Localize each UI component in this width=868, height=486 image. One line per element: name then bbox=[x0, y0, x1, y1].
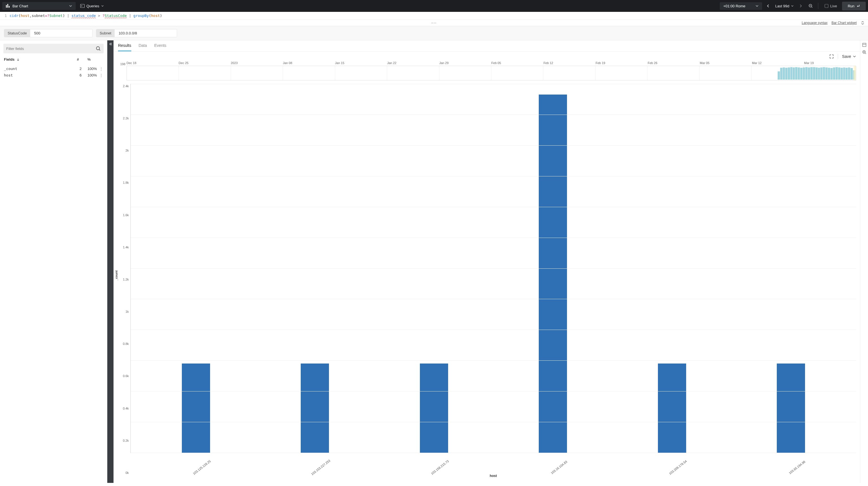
mini-date-label: Jan 22 bbox=[387, 61, 439, 66]
field-row[interactable]: host 6 100% ⋮ bbox=[3, 72, 104, 78]
mini-date-label: Dec 25 bbox=[179, 61, 231, 66]
tab-events[interactable]: Events bbox=[154, 43, 166, 52]
queries-icon bbox=[80, 4, 85, 8]
enter-key-icon bbox=[856, 4, 860, 8]
chart-type-label: Bar Chart bbox=[12, 4, 28, 8]
bar[interactable] bbox=[777, 363, 805, 453]
save-dropdown[interactable]: Save bbox=[842, 54, 856, 59]
fields-sidebar: Fields # % _count 2 100% ⋮host 6 100% ⋮ bbox=[0, 40, 107, 483]
run-label: Run bbox=[848, 4, 855, 8]
mini-y-value: 198 bbox=[118, 61, 126, 66]
language-syntax-link[interactable]: Language syntax bbox=[802, 21, 827, 25]
y-tick: 0.6k bbox=[123, 374, 129, 378]
param-statuscode[interactable]: StatusCode 500 bbox=[4, 29, 93, 37]
field-name: host bbox=[4, 73, 74, 77]
y-axis-label: _count bbox=[115, 270, 118, 281]
query-editor[interactable]: 1 cidr(host,subnet=?Subnet) | status_cod… bbox=[0, 12, 868, 20]
param-value: 500 bbox=[30, 29, 92, 37]
mini-bars bbox=[777, 66, 856, 80]
field-name: _count bbox=[4, 67, 74, 71]
field-count: 6 bbox=[76, 73, 82, 77]
col-pct: % bbox=[87, 57, 91, 62]
mini-date-label: Feb 05 bbox=[491, 61, 544, 66]
filter-input-field[interactable] bbox=[6, 46, 96, 51]
bar[interactable] bbox=[658, 363, 686, 453]
svg-rect-2 bbox=[9, 6, 9, 8]
param-value: 103.0.0.0/8 bbox=[115, 29, 177, 37]
timezone-selector[interactable]: +01:00 Rome bbox=[720, 2, 762, 10]
chevron-down-icon bbox=[69, 4, 72, 8]
zoom-out-button[interactable] bbox=[807, 3, 815, 9]
fields-header-label: Fields bbox=[4, 57, 15, 62]
chevron-down-icon bbox=[791, 4, 794, 7]
editor-footer: ══ Language syntax Bar Chart widget bbox=[0, 20, 868, 26]
param-subnet[interactable]: Subnet 103.0.0.0/8 bbox=[96, 29, 177, 37]
y-tick: 2.2k bbox=[123, 117, 129, 120]
kebab-menu-icon[interactable]: ⋮ bbox=[99, 73, 103, 77]
run-button[interactable]: Run bbox=[842, 2, 866, 10]
field-count: 2 bbox=[76, 67, 82, 71]
time-range-selector[interactable]: Last 99d bbox=[774, 3, 795, 9]
main-area: Fields # % _count 2 100% ⋮host 6 100% ⋮ … bbox=[0, 40, 868, 483]
filter-fields-input[interactable] bbox=[3, 44, 104, 53]
mini-date-label: Dec 18 bbox=[126, 61, 179, 66]
tab-data[interactable]: Data bbox=[138, 43, 147, 52]
queries-dropdown[interactable]: Queries bbox=[78, 2, 106, 10]
bar[interactable] bbox=[182, 363, 210, 453]
y-tick: 1.6k bbox=[123, 214, 129, 217]
chevron-down-icon bbox=[101, 4, 104, 7]
bar-chart-icon bbox=[6, 4, 10, 8]
zoom-in-icon[interactable] bbox=[862, 50, 867, 55]
field-row[interactable]: _count 2 100% ⋮ bbox=[3, 65, 104, 72]
y-tick: 0.8k bbox=[123, 342, 129, 346]
fullscreen-icon[interactable] bbox=[829, 54, 834, 59]
svg-rect-5 bbox=[825, 4, 828, 8]
chevron-down-icon bbox=[853, 55, 856, 58]
result-tabs: Results Data Events bbox=[114, 40, 860, 52]
y-tick: 2k bbox=[125, 149, 129, 152]
time-next-button[interactable] bbox=[797, 3, 804, 9]
y-tick: 1.2k bbox=[123, 278, 129, 281]
chart-type-selector[interactable]: Bar Chart bbox=[2, 2, 76, 10]
y-tick: 0.2k bbox=[123, 439, 129, 442]
bar[interactable] bbox=[539, 95, 567, 453]
bar[interactable] bbox=[420, 363, 448, 453]
mini-date-label: Jan 15 bbox=[335, 61, 387, 66]
checkbox-icon bbox=[825, 4, 829, 8]
resize-handle-icon[interactable]: ══ bbox=[431, 21, 437, 25]
time-range-label: Last 99d bbox=[775, 4, 789, 8]
sidebar-collapse-button[interactable] bbox=[107, 40, 114, 483]
fields-header[interactable]: Fields # % bbox=[3, 56, 104, 63]
search-icon bbox=[96, 46, 101, 51]
y-tick: 1.8k bbox=[123, 181, 129, 184]
bar[interactable] bbox=[301, 363, 329, 453]
mini-date-label: Mar 19 bbox=[804, 61, 857, 66]
panel-toggle-icon[interactable] bbox=[862, 43, 867, 47]
chevron-down-icon bbox=[755, 4, 759, 8]
chart-toolbar: Save bbox=[114, 52, 860, 61]
mini-date-label: Feb 19 bbox=[595, 61, 648, 66]
field-pct: 100% bbox=[84, 67, 97, 71]
y-tick: 2.4k bbox=[123, 85, 129, 88]
bar-chart: _count 2.4k2.2k2k1.8k1.6k1.4k1.2k1k0.8k0… bbox=[114, 83, 860, 483]
tab-results[interactable]: Results bbox=[118, 43, 131, 52]
mini-date-label: Feb 26 bbox=[648, 61, 700, 66]
collapse-editor-icon[interactable] bbox=[861, 21, 865, 25]
query-params: StatusCode 500 Subnet 103.0.0.0/8 bbox=[0, 26, 868, 40]
y-tick: 1.4k bbox=[123, 246, 129, 249]
y-tick: 0.4k bbox=[123, 407, 129, 410]
mini-timeline[interactable]: 198 Dec 18Dec 252023Jan 08Jan 15Jan 22Ja… bbox=[118, 61, 856, 80]
bar-chart-widget-link[interactable]: Bar Chart widget bbox=[832, 21, 857, 25]
mini-date-label: Mar 05 bbox=[700, 61, 752, 66]
sort-down-icon bbox=[17, 58, 20, 61]
mini-date-label: Jan 08 bbox=[283, 61, 335, 66]
kebab-menu-icon[interactable]: ⋮ bbox=[99, 67, 103, 71]
svg-point-6 bbox=[96, 46, 99, 50]
time-prev-button[interactable] bbox=[764, 3, 772, 9]
y-tick: 1k bbox=[125, 310, 129, 313]
svg-rect-7 bbox=[863, 43, 866, 46]
mini-date-label: Mar 12 bbox=[752, 61, 804, 66]
param-key: Subnet bbox=[96, 29, 115, 37]
x-axis-label: host bbox=[130, 473, 856, 480]
live-toggle[interactable]: Live bbox=[822, 3, 840, 9]
